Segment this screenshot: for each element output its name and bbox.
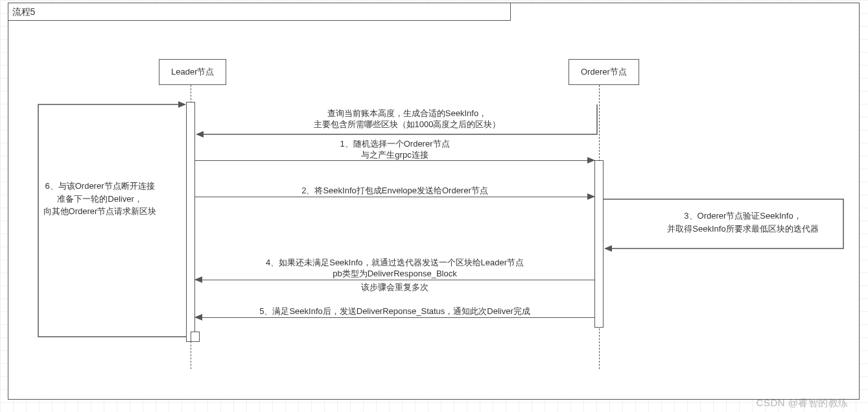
svg-marker-1 <box>604 245 612 252</box>
label-msg2: 2、将SeekInfo打包成Envelope发送给Orderer节点 <box>195 186 594 197</box>
msg3-line1: 3、Orderer节点验证SeekInfo， <box>636 210 850 223</box>
msg1-line2: 与之产生grpc连接 <box>195 150 594 161</box>
svg-marker-0 <box>196 131 204 138</box>
actor-leader: Leader节点 <box>159 59 226 85</box>
label-msg5: 5、满足SeekInfo后，发送DeliverReponse_Status，通知… <box>195 306 594 317</box>
msg3-line2: 并取得SeekInfo所要求最低区块的迭代器 <box>636 223 850 236</box>
msg6-line1: 6、与该Orderer节点断开连接 <box>25 180 174 193</box>
bracket-msg6 <box>34 102 196 342</box>
frame-title: 流程5 <box>8 3 511 21</box>
arrow-msg2 <box>195 197 594 197</box>
msg6-line3: 向其他Orderer节点请求新区块 <box>25 205 174 218</box>
label-msg6: 6、与该Orderer节点断开连接 准备下一轮的Deliver， 向其他Orde… <box>25 180 174 218</box>
activation-orderer <box>594 160 604 328</box>
msg6-line2: 准备下一轮的Deliver， <box>25 193 174 206</box>
label-msg3: 3、Orderer节点验证SeekInfo， 并取得SeekInfo所要求最低区… <box>636 210 850 235</box>
msg4-line3: 该步骤会重复多次 <box>195 282 594 293</box>
label-msg4-bottom: 该步骤会重复多次 <box>195 282 594 293</box>
label-msg1: 1、随机选择一个Orderer节点 与之产生grpc连接 <box>195 139 594 161</box>
msg2-text: 2、将SeekInfo打包成Envelope发送给Orderer节点 <box>195 186 594 197</box>
label-msg4-top: 4、如果还未满足SeekInfo，就通过迭代器发送一个区块给Leader节点 p… <box>195 258 594 280</box>
msg1-line1: 1、随机选择一个Orderer节点 <box>195 139 594 150</box>
actor-orderer-label: Orderer节点 <box>581 67 627 77</box>
self-message-label: 查询当前账本高度，生成合适的SeekInfo， 主要包含所需哪些区块（如1000… <box>255 108 559 130</box>
arrow-msg4 <box>195 280 594 280</box>
selfmsg-line1: 查询当前账本高度，生成合适的SeekInfo， <box>255 108 559 119</box>
arrow-msg5 <box>195 317 594 318</box>
msg5-text: 5、满足SeekInfo后，发送DeliverReponse_Status，通知… <box>195 306 594 317</box>
sequence-frame: 流程5 Leader节点 Orderer节点 查询当前账本高度，生成合适的See… <box>8 3 860 400</box>
msg4-line1: 4、如果还未满足SeekInfo，就通过迭代器发送一个区块给Leader节点 <box>195 258 594 269</box>
actor-leader-label: Leader节点 <box>171 67 214 77</box>
msg4-line2: pb类型为DeliverResponse_Block <box>195 269 594 280</box>
svg-marker-2 <box>178 101 186 108</box>
actor-orderer: Orderer节点 <box>569 59 639 85</box>
selfmsg-line2: 主要包含所需哪些区块（如1000高度之后的区块） <box>255 119 559 130</box>
